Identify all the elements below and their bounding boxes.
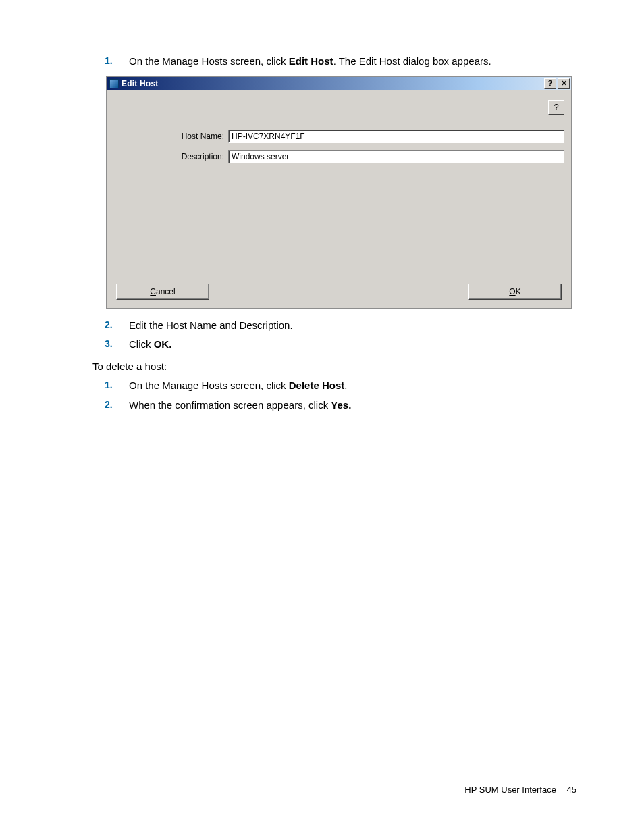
step-text-pre: On the Manage Hosts screen, click [129, 380, 289, 391]
page-number: 45 [567, 785, 576, 795]
description-input[interactable] [228, 150, 564, 163]
host-name-row: Host Name: [120, 130, 564, 143]
system-icon [109, 79, 119, 88]
steps-delete-host: 1. On the Manage Hosts screen, click Del… [105, 378, 576, 413]
step-number: 1. [105, 378, 113, 392]
delete-step-1: 1. On the Manage Hosts screen, click Del… [105, 378, 576, 394]
step-2: 2. Edit the Host Name and Description. [105, 318, 576, 334]
form-area: Host Name: Description: [120, 130, 564, 170]
step-text-pre: On the Manage Hosts screen, click [129, 55, 289, 67]
description-label: Description: [120, 152, 228, 161]
step-text-bold: OK. [154, 338, 172, 350]
step-text-bold: Edit Host [289, 55, 333, 67]
steps-edit-host-1: 1. On the Manage Hosts screen, click Edi… [105, 54, 576, 70]
dialog-body: ? Host Name: Description: Cancel OK [107, 90, 571, 308]
step-number: 3. [105, 337, 113, 351]
step-text-post: . [344, 380, 347, 391]
steps-edit-host-2: 2. Edit the Host Name and Description. 3… [105, 318, 576, 353]
step-number: 1. [105, 54, 113, 68]
step-3: 3. Click OK. [105, 337, 576, 353]
dialog-titlebar: Edit Host ? ✕ [107, 77, 571, 90]
context-help-button[interactable]: ? [548, 100, 564, 115]
dialog-title: Edit Host [122, 79, 544, 88]
step-text-pre: Click [129, 338, 154, 350]
ok-button[interactable]: OK [468, 284, 562, 300]
delete-step-2: 2. When the confirmation screen appears,… [105, 398, 576, 413]
delete-host-intro: To delete a host: [92, 359, 576, 375]
page-footer: HP SUM User Interface 45 [464, 785, 576, 795]
step-number: 2. [105, 398, 113, 412]
host-name-label: Host Name: [120, 132, 228, 141]
titlebar-help-button[interactable]: ? [544, 78, 556, 89]
titlebar-close-button[interactable]: ✕ [558, 78, 570, 89]
step-1: 1. On the Manage Hosts screen, click Edi… [105, 54, 576, 70]
edit-host-dialog: Edit Host ? ✕ ? Host Name: Description: … [106, 76, 572, 309]
host-name-input[interactable] [228, 130, 564, 143]
step-number: 2. [105, 318, 113, 332]
step-text-post: . The Edit Host dialog box appears. [333, 55, 491, 67]
footer-label: HP SUM User Interface [464, 785, 556, 795]
cancel-button[interactable]: Cancel [116, 284, 209, 300]
step-text-pre: When the confirmation screen appears, cl… [129, 399, 331, 411]
step-text: Edit the Host Name and Description. [129, 319, 293, 331]
description-row: Description: [120, 150, 564, 163]
step-text-bold: Yes. [331, 399, 351, 411]
step-text-bold: Delete Host [289, 380, 345, 391]
